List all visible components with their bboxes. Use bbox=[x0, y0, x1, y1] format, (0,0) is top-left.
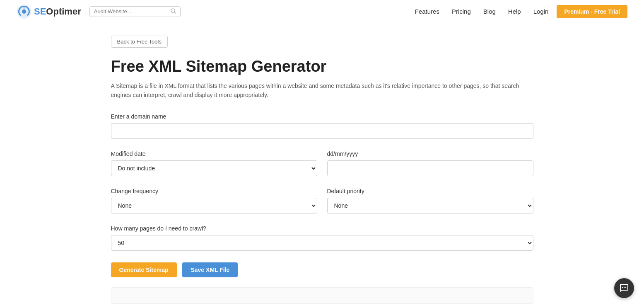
date-format-col: dd/mm/yyyy bbox=[327, 150, 533, 176]
nav-pricing[interactable]: Pricing bbox=[452, 8, 471, 15]
nav-features[interactable]: Features bbox=[415, 8, 439, 15]
nav-links: Features Pricing Blog Help Login bbox=[415, 8, 549, 15]
search-bar[interactable] bbox=[89, 6, 181, 17]
svg-point-1 bbox=[22, 10, 26, 14]
brand-name: SEOptimer bbox=[34, 6, 81, 17]
chat-icon bbox=[619, 283, 629, 293]
search-input[interactable] bbox=[94, 8, 169, 15]
modified-date-label: Modified date bbox=[111, 150, 317, 157]
svg-point-6 bbox=[624, 287, 625, 288]
modified-date-row: Modified date Do not include Today Custo… bbox=[111, 150, 533, 176]
page-description: A Sitemap is a file in XML format that l… bbox=[111, 81, 533, 100]
save-xml-button[interactable]: Save XML File bbox=[182, 262, 238, 277]
change-freq-select[interactable]: None Always Hourly Daily Weekly Monthly … bbox=[111, 198, 317, 213]
default-priority-col: Default priority None 0.1 0.2 0.5 1.0 bbox=[327, 188, 533, 213]
svg-point-5 bbox=[622, 287, 623, 288]
freq-priority-row: Change frequency None Always Hourly Dail… bbox=[111, 188, 533, 213]
premium-free-trial-button[interactable]: Premium - Free Trial bbox=[557, 5, 627, 18]
change-freq-col: Change frequency None Always Hourly Dail… bbox=[111, 188, 317, 213]
back-to-free-tools-button[interactable]: Back to Free Tools bbox=[111, 36, 168, 48]
chat-widget-button[interactable] bbox=[614, 278, 634, 298]
bottom-panel bbox=[111, 287, 533, 304]
svg-point-7 bbox=[625, 287, 626, 288]
date-input[interactable] bbox=[327, 160, 533, 176]
modified-date-select[interactable]: Do not include Today Custom bbox=[111, 160, 317, 176]
page-title: Free XML Sitemap Generator bbox=[111, 58, 533, 75]
nav-help[interactable]: Help bbox=[508, 8, 521, 15]
generate-sitemap-button[interactable]: Generate Sitemap bbox=[111, 262, 177, 277]
modified-date-col: Modified date Do not include Today Custo… bbox=[111, 150, 317, 176]
seoptimer-logo-icon bbox=[17, 4, 31, 19]
default-priority-select[interactable]: None 0.1 0.2 0.5 1.0 bbox=[327, 198, 533, 213]
default-priority-label: Default priority bbox=[327, 188, 533, 194]
domain-label: Enter a domain name bbox=[111, 113, 533, 120]
change-freq-label: Change frequency bbox=[111, 188, 317, 194]
domain-form-group: Enter a domain name bbox=[111, 113, 533, 139]
pages-crawl-select[interactable]: 50 100 200 500 bbox=[111, 235, 533, 251]
nav-blog[interactable]: Blog bbox=[483, 8, 496, 15]
brand-logo[interactable]: SEOptimer bbox=[17, 4, 81, 19]
pages-crawl-label: How many pages do I need to crawl? bbox=[111, 225, 533, 232]
main-content: Back to Free Tools Free XML Sitemap Gene… bbox=[94, 23, 550, 308]
svg-line-4 bbox=[174, 12, 176, 13]
domain-input[interactable] bbox=[111, 123, 533, 139]
nav-login[interactable]: Login bbox=[533, 8, 549, 15]
date-format-label: dd/mm/yyyy bbox=[327, 150, 533, 157]
navbar: SEOptimer Features Pricing Blog Help Log… bbox=[0, 0, 644, 23]
search-icon bbox=[171, 8, 176, 15]
action-buttons: Generate Sitemap Save XML File bbox=[111, 262, 533, 277]
pages-crawl-group: How many pages do I need to crawl? 50 10… bbox=[111, 225, 533, 251]
